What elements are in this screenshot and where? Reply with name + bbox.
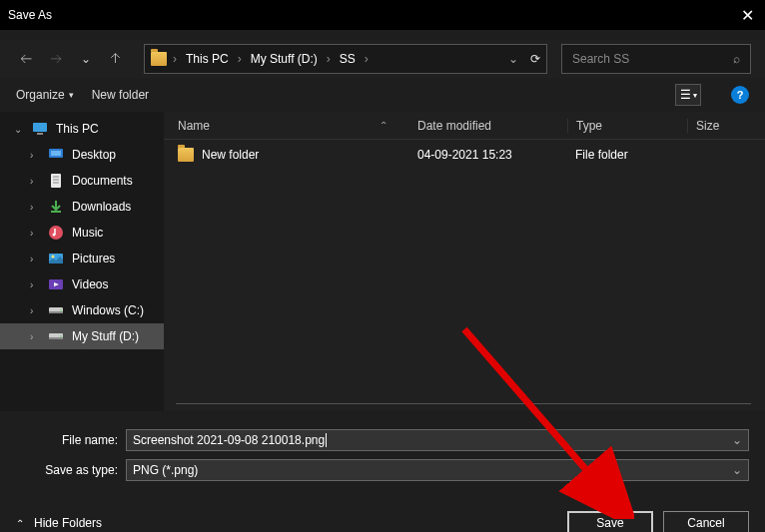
sidebar-item-label: Desktop (72, 148, 116, 162)
sidebar-item-videos[interactable]: › Videos (0, 271, 164, 297)
chevron-right-icon: › (30, 331, 40, 342)
svg-rect-18 (49, 337, 63, 339)
column-header-size[interactable]: Size (687, 119, 765, 133)
search-icon: ⌕ (733, 52, 740, 66)
documents-icon (48, 173, 64, 189)
breadcrumb-item[interactable]: My Stuff (D:) (248, 52, 321, 66)
svg-point-12 (52, 256, 55, 259)
svg-point-9 (49, 226, 63, 240)
breadcrumb-item[interactable]: SS (337, 52, 359, 66)
view-options-button[interactable]: ☰ ▾ (675, 84, 701, 106)
filetype-row: Save as type: PNG (*.png) ⌄ (0, 455, 765, 485)
file-row[interactable]: New folder 04-09-2021 15:23 File folder (164, 140, 765, 170)
svg-rect-1 (37, 133, 43, 135)
chevron-right-icon: › (325, 52, 333, 66)
sidebar-item-downloads[interactable]: › Downloads (0, 194, 164, 220)
body: ⌄ This PC › Desktop › Documents › Downlo… (0, 112, 765, 411)
sidebar-item-label: This PC (56, 122, 99, 136)
column-headers: Name ⌃ Date modified Type Size (164, 112, 765, 140)
filetype-select[interactable]: PNG (*.png) ⌄ (126, 459, 749, 481)
cancel-button[interactable]: Cancel (663, 511, 749, 532)
save-button[interactable]: Save (567, 511, 653, 532)
svg-point-16 (60, 309, 62, 311)
back-button[interactable]: 🡠 (14, 47, 38, 71)
svg-point-10 (53, 234, 56, 237)
navigation-row: 🡠 🡢 ⌄ 🡡 › This PC › My Stuff (D:) › SS ›… (0, 40, 765, 78)
search-placeholder: Search SS (572, 52, 629, 66)
filename-input[interactable]: Screenshot 2021-09-08 210018.png ⌄ (126, 429, 749, 451)
svg-rect-4 (51, 174, 61, 188)
file-date: 04-09-2021 15:23 (417, 148, 567, 162)
sidebar-item-music[interactable]: › Music (0, 220, 164, 246)
filetype-label: Save as type: (16, 463, 126, 477)
recent-locations-dropdown[interactable]: ⌄ (74, 47, 98, 71)
chevron-down-icon: ⌄ (14, 124, 24, 135)
chevron-right-icon: › (30, 150, 40, 161)
sort-ascending-icon: ⌃ (380, 120, 387, 131)
music-icon (48, 225, 64, 241)
filename-label: File name: (16, 433, 126, 447)
sidebar-item-pictures[interactable]: › Pictures (0, 246, 164, 271)
file-type: File folder (567, 148, 687, 162)
sidebar-item-label: Videos (72, 277, 108, 291)
chevron-right-icon: › (30, 254, 40, 265)
collapse-icon[interactable]: ⌃ (16, 518, 24, 529)
sidebar-item-label: My Stuff (D:) (72, 329, 139, 343)
sidebar-item-label: Music (72, 226, 103, 240)
desktop-icon (48, 147, 64, 163)
sidebar-item-documents[interactable]: › Documents (0, 168, 164, 194)
drive-icon (48, 302, 64, 318)
sidebar-item-this-pc[interactable]: ⌄ This PC (0, 116, 164, 142)
divider (176, 403, 751, 404)
chevron-right-icon: › (171, 52, 179, 66)
address-bar[interactable]: › This PC › My Stuff (D:) › SS › ⌄ ⟳ (144, 44, 547, 74)
footer: ⌃ Hide Folders Save Cancel (0, 499, 765, 532)
column-header-name[interactable]: Name ⌃ (178, 119, 417, 133)
breadcrumb-item[interactable]: This PC (183, 52, 232, 66)
sidebar-item-drive-d[interactable]: › My Stuff (D:) (0, 323, 164, 349)
up-button[interactable]: 🡡 (104, 47, 128, 71)
dropdown-icon[interactable]: ⌄ (732, 463, 742, 477)
organize-button[interactable]: Organize ▾ (16, 88, 74, 102)
column-header-date[interactable]: Date modified (417, 119, 567, 133)
chevron-right-icon: › (30, 202, 40, 213)
chevron-right-icon: › (30, 176, 40, 187)
sidebar-item-label: Documents (72, 174, 133, 188)
svg-rect-15 (49, 311, 63, 313)
column-header-type[interactable]: Type (567, 119, 687, 133)
new-folder-button[interactable]: New folder (92, 88, 149, 102)
title-bar: Save As ✕ (0, 0, 765, 30)
chevron-right-icon: › (363, 52, 371, 66)
sidebar-item-label: Windows (C:) (72, 303, 144, 317)
svg-rect-0 (33, 123, 47, 132)
help-icon[interactable]: ? (731, 86, 749, 104)
dropdown-icon: ▾ (69, 90, 74, 100)
sidebar-item-label: Pictures (72, 252, 115, 266)
chevron-right-icon: › (236, 52, 244, 66)
window-title: Save As (8, 8, 52, 22)
chevron-right-icon: › (30, 305, 40, 316)
forward-button[interactable]: 🡢 (44, 47, 68, 71)
drive-icon (48, 328, 64, 344)
sidebar-item-desktop[interactable]: › Desktop (0, 142, 164, 168)
svg-rect-3 (51, 151, 61, 156)
sidebar-item-drive-c[interactable]: › Windows (C:) (0, 297, 164, 323)
close-icon[interactable]: ✕ (737, 5, 757, 25)
search-input[interactable]: Search SS ⌕ (561, 44, 751, 74)
folder-icon (178, 148, 194, 162)
dropdown-icon[interactable]: ⌄ (732, 433, 742, 447)
text-cursor (326, 433, 327, 447)
address-dropdown-icon[interactable]: ⌄ (508, 52, 518, 66)
downloads-icon (48, 199, 64, 215)
hide-folders-button[interactable]: Hide Folders (34, 516, 102, 530)
filename-row: File name: Screenshot 2021-09-08 210018.… (0, 425, 765, 455)
pictures-icon (48, 251, 64, 266)
videos-icon (48, 276, 64, 292)
chevron-right-icon: › (30, 279, 40, 290)
chevron-right-icon: › (30, 228, 40, 239)
svg-point-19 (60, 335, 62, 337)
sidebar-item-label: Downloads (72, 200, 131, 214)
toolbar: Organize ▾ New folder ☰ ▾ ? (0, 78, 765, 112)
pc-icon (32, 121, 48, 137)
refresh-icon[interactable]: ⟳ (530, 52, 540, 66)
